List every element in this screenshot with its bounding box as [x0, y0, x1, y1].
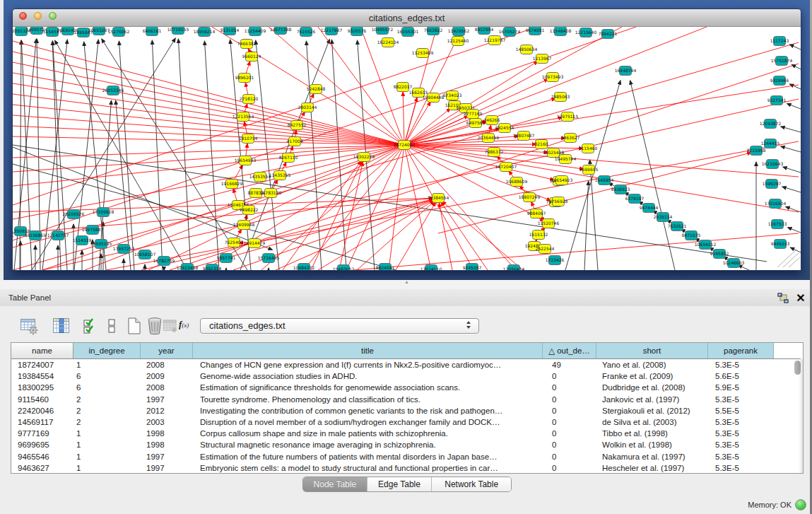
svg-text:20206526: 20206526 [63, 211, 85, 216]
svg-text:9474444: 9474444 [640, 205, 659, 210]
svg-text:16783130: 16783130 [260, 190, 282, 195]
table-settings-icon[interactable] [20, 317, 40, 335]
table-cell: 0 [552, 394, 596, 406]
table-row[interactable]: 969969511998Structural magnetic resonanc… [11, 439, 792, 451]
svg-text:12056414: 12056414 [503, 267, 525, 270]
table-scrollbar-thumb[interactable] [794, 361, 801, 375]
svg-text:15483052: 15483052 [333, 267, 355, 270]
table-row[interactable]: 1456911722003Disruption of a novel membe… [11, 416, 792, 428]
column-selector-icon[interactable] [106, 317, 117, 335]
table-row[interactable]: 1830029562008Estimation of significance … [11, 382, 792, 394]
svg-text:9884067: 9884067 [527, 211, 546, 216]
svg-text:8215958: 8215958 [747, 148, 766, 153]
svg-text:1114519: 1114519 [73, 238, 92, 243]
svg-text:1662615: 1662615 [409, 90, 428, 95]
svg-text:18807249: 18807249 [519, 194, 541, 199]
import-table-icon[interactable] [163, 318, 178, 334]
column-header-out_de[interactable]: △ out_de… [543, 343, 596, 358]
column-header-year[interactable]: year [141, 343, 193, 358]
table-cell: 2 [76, 405, 141, 417]
window-titlebar[interactable]: citations_edges.txt [13, 9, 801, 27]
checklist-icon[interactable] [83, 317, 100, 335]
table-cell: 2008 [146, 359, 193, 371]
table-panel-title: Table Panel [8, 289, 51, 306]
table-cell: 5.9E-5 [715, 382, 774, 394]
table-row[interactable]: 2242004622012Investigating the contribut… [11, 405, 792, 417]
tab-edge-table[interactable]: Edge Table [367, 477, 432, 492]
table-cell: 1998 [146, 439, 193, 451]
column-header-title[interactable]: title [193, 343, 543, 358]
svg-text:14353554: 14353554 [249, 174, 271, 179]
svg-text:9660124: 9660124 [242, 54, 261, 59]
svg-text:2522544: 2522544 [536, 246, 555, 251]
table-column-icon[interactable] [52, 317, 71, 335]
table-row[interactable]: 946554611997Estimation of the future num… [11, 451, 792, 463]
svg-text:16705274: 16705274 [499, 29, 521, 34]
svg-text:10719155: 10719155 [167, 27, 189, 32]
svg-text:2718120: 2718120 [240, 96, 259, 101]
table-cell: 0 [552, 462, 596, 474]
panel-splitter[interactable]: ▲ [0, 280, 812, 289]
table-cell: 1 [76, 359, 141, 371]
svg-text:12505185: 12505185 [90, 241, 112, 246]
svg-text:1615132: 1615132 [529, 232, 548, 237]
svg-text:6466161: 6466161 [143, 28, 162, 33]
delete-table-icon[interactable] [146, 317, 164, 335]
float-panel-icon[interactable] [777, 293, 789, 303]
svg-text:11435355: 11435355 [269, 173, 291, 177]
svg-text:12213563: 12213563 [233, 114, 254, 119]
table-cell: 2003 [146, 416, 193, 428]
svg-text:20364456: 20364456 [478, 135, 500, 140]
svg-text:8267110: 8267110 [279, 155, 298, 160]
svg-text:15302275: 15302275 [353, 154, 375, 159]
svg-text:1810754: 1810754 [239, 136, 258, 141]
new-document-icon[interactable] [125, 317, 143, 335]
network-window: citations_edges.txt 20553241405572451545… [12, 8, 801, 271]
table-cell: 5.6E-5 [715, 370, 774, 382]
svg-text:19654933: 19654933 [235, 158, 257, 163]
table-row[interactable]: 911546021997Tourette syndrome. Phenomeno… [11, 394, 792, 406]
table-cell: 5.3E-5 [715, 416, 774, 428]
svg-text:8822017: 8822017 [394, 84, 413, 89]
svg-text:15716485: 15716485 [258, 255, 280, 260]
svg-text:11929562: 11929562 [448, 28, 470, 33]
svg-text:9756928: 9756928 [549, 199, 568, 204]
function-builder-icon[interactable]: f(x) [179, 319, 196, 330]
svg-text:6734023: 6734023 [443, 93, 462, 98]
svg-text:9463627: 9463627 [561, 135, 580, 140]
table-row[interactable]: 977716911998Corpus callosum shape and si… [11, 428, 792, 440]
column-header-short[interactable]: short [596, 343, 708, 358]
table-cell: 9777169 [18, 428, 73, 440]
svg-text:19495744: 19495744 [555, 156, 577, 161]
table-row[interactable]: 946362711997Embryonic stem cells: a mode… [11, 462, 792, 474]
column-header-pagerank[interactable]: pagerank [708, 343, 774, 358]
svg-text:10495572: 10495572 [372, 27, 394, 32]
svg-text:10688609: 10688609 [506, 179, 528, 184]
table-cell: 9115460 [18, 394, 73, 406]
table-cell: 1 [76, 462, 141, 474]
table-selector-dropdown[interactable]: citations_edges.txt [200, 318, 479, 334]
svg-text:15409948: 15409948 [233, 222, 255, 227]
table-scrollbar[interactable] [794, 359, 803, 473]
svg-text:7986372: 7986372 [485, 149, 504, 154]
table-cell: Estimation of the future numbers of pati… [200, 451, 541, 463]
table-row[interactable]: 1872400712008Changes of HCN gene express… [11, 359, 792, 371]
table-cell: 5.3E-5 [715, 394, 774, 406]
splitter-handle-icon[interactable]: ▲ [404, 279, 409, 284]
network-canvas[interactable]: 2055324140557245154517206914061895847106… [13, 27, 801, 270]
svg-text:10654112: 10654112 [695, 242, 717, 247]
table-row[interactable]: 1938455462009Genome-wide association stu… [11, 370, 792, 382]
svg-text:10246683: 10246683 [723, 260, 745, 265]
tab-node-table[interactable]: Node Table [303, 477, 367, 492]
svg-text:8938923: 8938923 [611, 187, 630, 192]
svg-text:12125440: 12125440 [447, 38, 469, 43]
close-panel-icon[interactable]: ✕ [795, 290, 806, 306]
svg-text:17359928: 17359928 [93, 209, 114, 214]
column-header-in_degree[interactable]: in_degree [73, 343, 141, 358]
svg-text:14671388: 14671388 [270, 27, 292, 32]
tab-network-table[interactable]: Network Table [431, 477, 511, 492]
memory-status-indicator [795, 499, 806, 510]
svg-text:8471675: 8471675 [682, 233, 701, 238]
column-header-name[interactable]: name [11, 343, 73, 358]
svg-text:11254409: 11254409 [245, 28, 266, 33]
